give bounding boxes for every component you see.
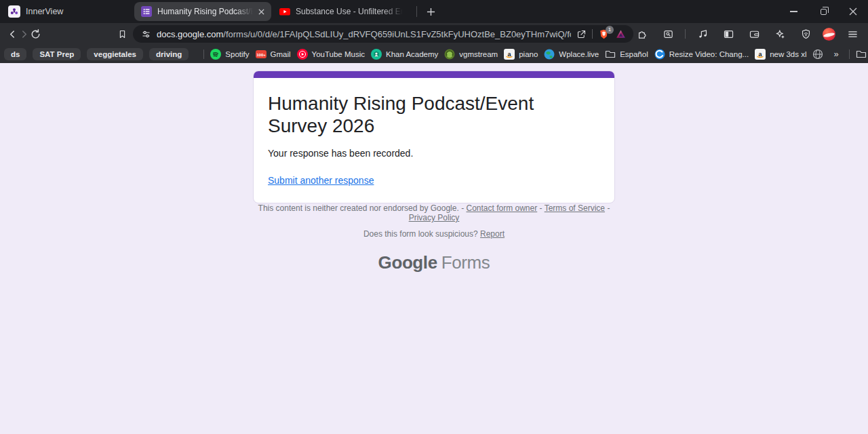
new-tab-button[interactable] — [424, 5, 438, 19]
bookmark-folder-ds[interactable]: ds — [4, 48, 26, 60]
form-theme-accent-bar — [254, 71, 614, 78]
reload-icon — [30, 28, 41, 40]
page-content: Humanity Rising Podcast/Event Survey 202… — [0, 63, 868, 434]
innerview-logo-icon — [8, 5, 20, 18]
vpn-button[interactable] — [797, 25, 814, 43]
google-forms-favicon-icon — [141, 6, 152, 17]
bookmark-label: Khan Academy — [386, 50, 438, 58]
extensions-button[interactable] — [633, 25, 651, 43]
sidebar-toggle-button[interactable] — [719, 25, 737, 43]
contact-form-owner-link[interactable]: Contact form owner — [466, 203, 537, 213]
bookmark-youtube-music[interactable]: YouTube Music — [297, 49, 365, 60]
brave-rewards-triangle-icon[interactable] — [615, 28, 627, 40]
google-forms-logo: GoogleForms — [253, 252, 615, 273]
report-link[interactable]: Report — [480, 229, 505, 239]
bookmark-flag-icon — [117, 29, 127, 39]
sidebar-panel-icon — [723, 28, 734, 40]
footer-separator: - — [461, 203, 464, 213]
sparkle-icon — [774, 28, 786, 40]
brave-shields-button[interactable]: 1 — [598, 28, 610, 40]
bookmark-label: Resize Video: Chang... — [669, 50, 749, 58]
tab-divider — [416, 6, 417, 17]
bookmark-label: piano — [519, 50, 538, 58]
bookmark-folder-espanol[interactable]: Español — [605, 49, 648, 60]
media-controls-button[interactable] — [694, 25, 711, 43]
forward-button[interactable] — [18, 25, 30, 43]
youtube-favicon-icon — [279, 6, 290, 17]
response-recorded-message: Your response has been recorded. — [268, 148, 598, 159]
amazon-icon: a — [755, 49, 766, 60]
bookmark-vgmstream[interactable]: vgmstream — [444, 49, 498, 60]
tab-close-icon[interactable] — [258, 9, 264, 15]
bookmark-wplace-live[interactable]: Wplace.live — [544, 49, 599, 60]
shields-blocked-count-badge: 1 — [606, 26, 614, 34]
bookmark-folder-driving[interactable]: driving — [149, 48, 189, 60]
forward-arrow-icon — [18, 28, 30, 40]
toolbar-separator — [685, 29, 686, 39]
bookmark-gmail[interactable]: 100+ Gmail — [256, 49, 291, 60]
footer-disclaimer-line: This content is neither created nor endo… — [253, 203, 615, 222]
resize-video-icon — [654, 49, 665, 60]
close-icon — [849, 7, 857, 16]
globe-color-icon — [544, 49, 555, 60]
bookmarks-overflow-chevron[interactable]: » — [829, 49, 842, 59]
hamburger-menu-icon — [847, 28, 859, 40]
submit-another-response-link[interactable]: Submit another response — [268, 175, 374, 186]
share-icon[interactable] — [576, 29, 587, 39]
bookmark-folder-sat-prep[interactable]: SAT Prep — [33, 48, 81, 60]
back-button[interactable] — [7, 25, 18, 43]
wallet-icon — [749, 28, 760, 40]
globe-gray-icon — [812, 49, 823, 60]
bookmarks-separator — [203, 50, 204, 59]
bookmark-folder-veggietales[interactable]: veggietales — [87, 48, 143, 60]
footer-separator: - — [607, 203, 610, 213]
bookmark-unlabeled-site[interactable] — [812, 49, 823, 60]
leo-ai-button[interactable] — [771, 25, 789, 43]
form-title: Humanity Rising Podcast/Event Survey 202… — [268, 92, 598, 137]
url-text[interactable]: docs.google.com/forms/u/0/d/e/1FAIpQLSdL… — [157, 29, 571, 39]
terms-of-service-link[interactable]: Terms of Service — [545, 203, 605, 213]
restore-icon — [821, 9, 827, 15]
bookmark-khan-academy[interactable]: Khan Academy — [371, 49, 438, 60]
window-controls — [778, 0, 868, 23]
tab-humanity-rising-survey[interactable]: Humanity Rising Podcast/Event S — [134, 2, 271, 21]
bookmark-label: Español — [620, 50, 648, 58]
reload-button[interactable] — [30, 25, 41, 43]
bookmark-label: YouTube Music — [312, 50, 365, 58]
youtube-music-icon — [297, 49, 308, 60]
maximize-button[interactable] — [808, 0, 838, 23]
tab-title: Humanity Rising Podcast/Event S — [157, 7, 253, 16]
suspicious-form-line: Does this form look suspicious? Report — [253, 229, 615, 239]
google-wordmark: Google — [378, 252, 437, 273]
bookmarks-bar: ds SAT Prep veggietales driving Spotify … — [0, 45, 868, 63]
all-bookmarks-button[interactable]: All Bookmarks — [856, 49, 868, 60]
folder-icon — [605, 49, 616, 60]
site-settings-tune-icon[interactable] — [141, 29, 151, 39]
search-tabs-button[interactable] — [659, 25, 677, 43]
app-brand: InnerView — [0, 5, 134, 18]
bookmark-label: new 3ds xl — [770, 50, 806, 58]
browser-window: InnerView Humanity Rising Podcast/Event … — [0, 0, 868, 434]
gmail-unread-badge-icon: 100+ — [256, 49, 267, 60]
minimize-icon — [790, 11, 797, 12]
privacy-policy-link[interactable]: Privacy Policy — [409, 213, 460, 222]
suspicious-prompt: Does this form look suspicious? — [363, 229, 478, 239]
tab-title: Substance Use - Unfiltered Emotions — [296, 7, 403, 16]
menu-button[interactable] — [844, 25, 861, 43]
bookmark-page-button[interactable] — [117, 25, 127, 43]
bookmark-resize-video[interactable]: Resize Video: Chang... — [654, 49, 749, 60]
tab-substance-use[interactable]: Substance Use - Unfiltered Emotions — [273, 2, 410, 21]
bookmark-label: vgmstream — [459, 50, 498, 58]
wallet-button[interactable] — [745, 25, 763, 43]
address-bar[interactable]: docs.google.com/forms/u/0/d/e/1FAIpQLSdL… — [133, 25, 633, 43]
disclaimer-text: This content is neither created nor endo… — [258, 203, 459, 213]
minimize-button[interactable] — [778, 0, 808, 23]
url-path: /forms/u/0/d/e/1FAIpQLSdLIUy_dRVFQ659iUn… — [223, 29, 571, 39]
close-window-button[interactable] — [838, 0, 868, 23]
form-response-card: Humanity Rising Podcast/Event Survey 202… — [253, 71, 615, 203]
vgmstream-icon — [444, 49, 455, 60]
profile-avatar[interactable] — [823, 28, 835, 41]
bookmark-spotify[interactable]: Spotify — [210, 49, 249, 60]
bookmark-piano[interactable]: a piano — [504, 49, 538, 60]
bookmark-new-3ds-xl[interactable]: a new 3ds xl — [755, 49, 806, 60]
